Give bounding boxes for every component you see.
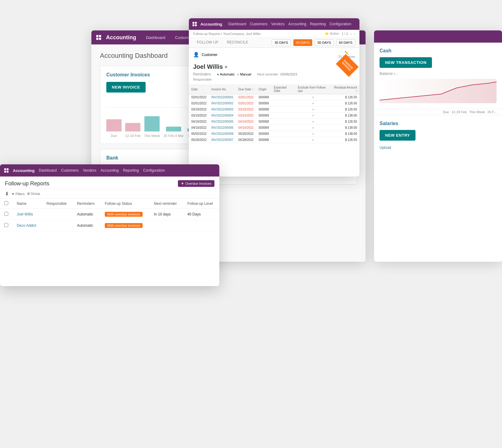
- chart-bar-feb26: 26 Feb-4 Mar: [164, 127, 184, 138]
- day-60[interactable]: 60 DAYS: [336, 39, 355, 46]
- inv-exclude: ○: [295, 143, 331, 144]
- detail-nav-accounting[interactable]: Accounting: [288, 22, 306, 26]
- tab-reconcile[interactable]: RECONCILE: [223, 38, 252, 47]
- inv-expected: [271, 143, 295, 144]
- list-nav-accounting[interactable]: Accounting: [101, 168, 118, 173]
- action-label[interactable]: ⭐ Action: [325, 32, 339, 36]
- cash-chart-labels: Due 12-18 Feb This Week 26 F...: [374, 109, 502, 115]
- customer-icon: 👤: [193, 52, 199, 58]
- chart-bar-thisweek: This Week: [144, 116, 160, 138]
- inv-amount: $ 126.50: [331, 119, 359, 125]
- inv-due: 06/10/2022: [236, 143, 256, 144]
- new-invoice-button[interactable]: NEW INVOICE: [106, 82, 146, 93]
- row-name: Deco Addict: [12, 220, 42, 231]
- inv-due: 05/28/2022: [236, 137, 256, 143]
- overdue-filter-btn[interactable]: ▼ Overdue Invoices: [178, 180, 215, 187]
- row-checkbox[interactable]: [0, 209, 12, 220]
- inv-date: 06/10/2022: [189, 143, 209, 144]
- col-invno: Invoice No.: [209, 84, 236, 94]
- detail-app-icon: [193, 22, 197, 26]
- inv-expected: [271, 131, 295, 137]
- inv-due: 02/01/2022: [236, 94, 256, 100]
- inv-origin: S00068: [256, 94, 271, 100]
- group-btn[interactable]: ⊞ Group: [27, 192, 40, 196]
- inv-no[interactable]: INV/2022/00007: [209, 137, 236, 143]
- tab-followup[interactable]: FOLLOW UP: [193, 38, 222, 47]
- day-30[interactable]: 30 DAYS: [272, 39, 291, 46]
- col-duedate: Due Date ↑: [236, 84, 256, 94]
- radio-auto[interactable]: ● Automatic: [217, 72, 235, 76]
- list-nav-vendors[interactable]: Vendors: [83, 168, 96, 173]
- download-icon[interactable]: ⬇: [5, 191, 9, 197]
- app-name: Accounting: [106, 34, 136, 41]
- chart-label-26feb: 26 F...: [487, 110, 497, 114]
- inv-exclude: ○: [295, 113, 331, 119]
- overdue-status-tag: With overdue invoices: [105, 223, 143, 228]
- inv-origin: S00069: [256, 131, 271, 137]
- bar-feb: [125, 123, 140, 131]
- detail-nav-configuration[interactable]: Configuration: [330, 22, 351, 26]
- inv-due: 03/10/2022: [236, 107, 256, 113]
- inv-no[interactable]: INV/2022/00003: [209, 107, 236, 113]
- inv-amount: $ 126.50: [331, 94, 359, 100]
- select-all-checkbox[interactable]: [4, 201, 8, 205]
- inv-expected: [271, 100, 295, 107]
- detail-nav-reporting[interactable]: Reporting: [310, 22, 326, 26]
- list-nav-customers[interactable]: Customers: [61, 168, 79, 173]
- detail-nav-dashboard[interactable]: Dashboard: [228, 22, 246, 26]
- bar-due: [106, 119, 122, 131]
- list-nav-reporting[interactable]: Reporting: [123, 168, 139, 173]
- inv-amount: $ 126.50: [331, 107, 359, 113]
- chart-bar-due: Due: [106, 119, 122, 138]
- next-btn[interactable]: ›: [354, 32, 355, 36]
- inv-due: 03/10/2022: [236, 113, 256, 119]
- invoice-row: 02/01/2022 INV/2022/00001 02/01/2022 S00…: [189, 94, 359, 100]
- inv-no[interactable]: INV/2022/00008: [209, 131, 236, 137]
- inv-expected: [271, 137, 295, 143]
- row-level: [183, 220, 219, 231]
- detail-nav-vendors[interactable]: Vendors: [271, 22, 285, 26]
- bar-label-thisweek: This Week: [144, 134, 160, 138]
- col-checkbox: [0, 199, 12, 209]
- col-followup-level: Follow-up Level: [183, 199, 219, 209]
- day-40[interactable]: 40 DAYS: [293, 39, 312, 46]
- customer-section: 👤 Customer: [193, 52, 217, 58]
- rp-topbar: [374, 30, 502, 43]
- list-nav-configuration[interactable]: Configuration: [143, 168, 165, 173]
- col-reminders: Reminders: [73, 199, 101, 209]
- upload-link[interactable]: Upload: [380, 145, 497, 150]
- list-nav-dashboard[interactable]: Dashboard: [39, 168, 57, 173]
- prev-btn[interactable]: ‹: [351, 32, 352, 36]
- inv-no[interactable]: INV/2022/00005: [209, 119, 236, 125]
- radio-manual[interactable]: ○ Manual: [237, 72, 251, 76]
- filters-btn[interactable]: ▼ Filters: [11, 192, 25, 196]
- inv-date: 03/10/2022: [189, 113, 209, 119]
- new-transaction-button[interactable]: NEW TRANSACTION: [380, 57, 432, 68]
- row-checkbox[interactable]: [0, 220, 12, 231]
- row-reminders: Automatic: [73, 209, 101, 220]
- bar-label-feb26: 26 Feb-4 Mar: [164, 134, 184, 138]
- inv-no[interactable]: INV/2022/00010: [209, 143, 236, 144]
- customer-label: Customer: [202, 53, 217, 57]
- inv-no[interactable]: INV/2022/00006: [209, 125, 236, 131]
- inv-no[interactable]: INV/2022/00004: [209, 113, 236, 119]
- list-row: Joel Willis Automatic With overdue invoi…: [0, 209, 219, 220]
- detail-topbar: Accounting Dashboard Customers Vendors A…: [189, 18, 359, 30]
- new-entry-button[interactable]: NEW ENTRY: [380, 130, 415, 141]
- overdue-status-tag: With overdue invoices: [105, 212, 143, 217]
- col-name: Name: [12, 199, 42, 209]
- inv-expected: [271, 107, 295, 113]
- inv-exclude: ○: [295, 94, 331, 100]
- salaries-card: Salaries NEW ENTRY Upload: [374, 115, 502, 155]
- detail-nav-customers[interactable]: Customers: [250, 22, 267, 26]
- list-toolbar: ⬇ ▼ Filters ⊞ Group: [0, 189, 219, 199]
- inv-exclude: ○: [295, 100, 331, 107]
- inv-date: 02/01/2022: [189, 94, 209, 100]
- inv-no[interactable]: INV/2022/00001: [209, 94, 236, 100]
- day-50[interactable]: 50 DAYS: [315, 39, 334, 46]
- followup-list-window: Accounting Dashboard Customers Vendors A…: [0, 164, 219, 286]
- nav-dashboard[interactable]: Dashboard: [143, 34, 168, 41]
- chart-label-12feb: 12-18 Feb: [451, 110, 467, 114]
- inv-no[interactable]: INV/2022/00002: [209, 100, 236, 107]
- inv-origin: S00068: [256, 119, 271, 125]
